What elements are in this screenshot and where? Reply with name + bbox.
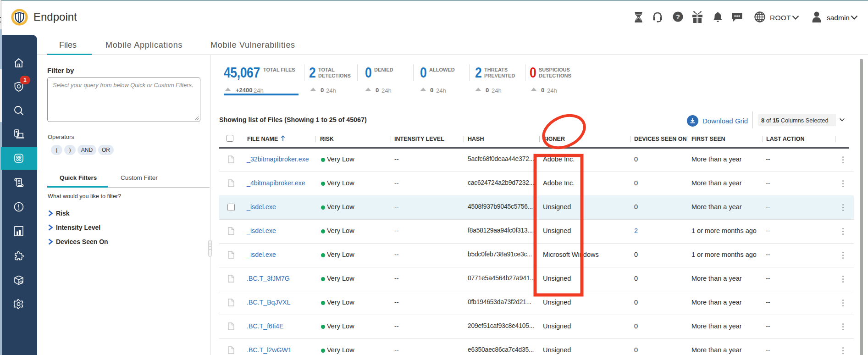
svg-text:?: ? <box>676 13 680 21</box>
